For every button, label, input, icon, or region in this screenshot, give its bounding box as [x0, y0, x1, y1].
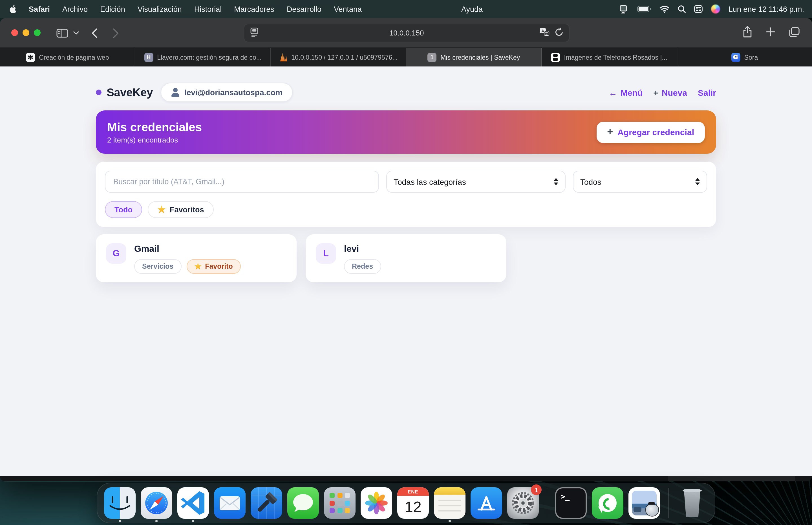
safari-toolbar: 10.0.0.150 A文: [0, 18, 812, 48]
menu-bar-clock[interactable]: Lun ene 12 11:46 p.m.: [728, 5, 804, 13]
whatsapp-icon: [598, 494, 617, 512]
tab-sora[interactable]: Sora: [677, 48, 812, 66]
dock-calendar[interactable]: ENE 12: [397, 487, 429, 519]
account-chip[interactable]: levi@doriansautospa.com: [161, 83, 293, 102]
svg-text:文: 文: [545, 31, 548, 35]
credential-title: levi: [344, 244, 381, 254]
dock-safari[interactable]: [141, 487, 172, 519]
menu-marcadores[interactable]: Marcadores: [234, 5, 274, 13]
sidebar-chevron-down-icon[interactable]: [73, 18, 79, 48]
dock-appstore[interactable]: [470, 487, 502, 519]
svg-text:A: A: [541, 28, 545, 33]
battery-icon[interactable]: [637, 6, 651, 12]
back-button[interactable]: [91, 18, 98, 48]
add-credential-button[interactable]: + Agregar credencial: [596, 121, 705, 143]
type-select[interactable]: Todos: [573, 171, 707, 193]
terminal-prompt: >_: [561, 492, 569, 518]
filter-favorites-pill[interactable]: Favoritos: [148, 201, 214, 218]
credential-card-gmail[interactable]: G Gmail Servicios Favorito: [96, 234, 296, 282]
tab-phpmyadmin[interactable]: 10.0.0.150 / 127.0.0.1 / u50979576...: [271, 48, 406, 66]
page-format-icon[interactable]: [250, 27, 258, 39]
spotlight-search-icon[interactable]: [678, 5, 686, 13]
left-arrow-icon: ←: [609, 88, 617, 97]
tab-strip: ✻ Creación de página web H Llavero.com: …: [0, 48, 812, 66]
dock-whatsapp[interactable]: [592, 487, 623, 519]
select-stepper-icon: [695, 178, 700, 185]
address-bar[interactable]: 10.0.0.150 A文: [244, 24, 569, 42]
tab-llavero[interactable]: H Llavero.com: gestión segura de co...: [135, 48, 271, 66]
logout-link[interactable]: Salir: [698, 88, 716, 97]
dock-notes[interactable]: [434, 487, 465, 519]
siri-icon[interactable]: [711, 4, 720, 14]
menu-safari[interactable]: Safari: [29, 5, 50, 13]
sidebar-toggle-icon[interactable]: [56, 18, 68, 48]
translate-icon[interactable]: A文: [539, 28, 550, 38]
dock-settings[interactable]: 1: [507, 487, 539, 519]
tab-savekey-active[interactable]: 1 Mis credenciales | SaveKey: [406, 48, 541, 66]
share-icon[interactable]: [743, 26, 752, 40]
new-credential-link[interactable]: + Nueva: [653, 88, 687, 97]
avatar: L: [316, 243, 336, 264]
calendar-month: ENE: [397, 487, 429, 496]
phpmyadmin-icon: [279, 53, 287, 61]
person-icon: [171, 88, 179, 97]
tab-overview-icon[interactable]: [789, 27, 800, 39]
new-tab-icon[interactable]: [766, 27, 775, 39]
menu-desarrollo[interactable]: Desarrollo: [287, 5, 321, 13]
menu-archivo[interactable]: Archivo: [62, 5, 88, 13]
filter-all-pill[interactable]: Todo: [105, 201, 142, 218]
dock-preview[interactable]: [628, 487, 660, 519]
credential-card-levi[interactable]: L levi Redes: [306, 234, 506, 282]
dock-messages[interactable]: [287, 487, 319, 519]
screen: Safari Archivo Edición Visualización His…: [0, 0, 812, 525]
control-center-icon[interactable]: [694, 5, 702, 13]
page-header: SaveKey levi@doriansautospa.com ← Menú +…: [96, 83, 716, 102]
category-tag: Servicios: [134, 259, 181, 274]
forward-button[interactable]: [113, 18, 119, 48]
notification-badge: 1: [531, 484, 541, 495]
dock-separator: [668, 488, 668, 518]
reload-icon[interactable]: [555, 27, 563, 39]
filter-card: Todas las categorías Todos Todo: [96, 162, 716, 227]
calendar-day: 12: [397, 496, 429, 519]
sora-icon: [731, 52, 740, 62]
wifi-icon[interactable]: [660, 5, 669, 13]
category-select[interactable]: Todas las categorías: [386, 171, 566, 193]
dock-mail[interactable]: [214, 487, 246, 519]
chatgpt-icon: ✻: [26, 52, 35, 62]
url-text: 10.0.0.150: [244, 29, 569, 37]
tab-imagenes[interactable]: Imágenes de Telefonos Rosados |...: [541, 48, 677, 66]
safari-window: 10.0.0.150 A文: [0, 18, 812, 482]
tab-chatgpt[interactable]: ✻ Creación de página web: [0, 48, 135, 66]
brand-title: SaveKey: [106, 86, 153, 99]
menu-visualizacion[interactable]: Visualización: [137, 5, 182, 13]
dock-trash[interactable]: [677, 487, 708, 519]
screen-mirroring-icon[interactable]: [619, 5, 629, 13]
star-icon: [194, 263, 202, 270]
window-bottom-edge: [0, 476, 812, 481]
menu-ventana[interactable]: Ventana: [334, 5, 362, 13]
close-window-button[interactable]: [11, 29, 18, 36]
dock-photos[interactable]: [361, 487, 392, 519]
dock-finder[interactable]: [104, 487, 135, 519]
avatar: G: [106, 243, 126, 264]
credential-title: Gmail: [134, 244, 241, 254]
menu-edicion[interactable]: Edición: [100, 5, 125, 13]
dock-xcode[interactable]: [251, 487, 282, 519]
dock-terminal[interactable]: >_: [555, 487, 587, 519]
macos-menu-bar: Safari Archivo Edición Visualización His…: [0, 0, 812, 18]
banner-subtitle: 2 item(s) encontrados: [107, 135, 202, 144]
search-input[interactable]: [105, 171, 379, 193]
menu-link[interactable]: ← Menú: [609, 88, 642, 97]
zoom-window-button[interactable]: [34, 29, 41, 36]
menu-ayuda[interactable]: Ayuda: [461, 5, 483, 13]
dock-vscode[interactable]: [177, 487, 209, 519]
select-stepper-icon: [554, 178, 558, 185]
menu-historial[interactable]: Historial: [194, 5, 222, 13]
account-email: levi@doriansautospa.com: [184, 88, 282, 97]
apple-logo-icon[interactable]: [9, 4, 17, 14]
dock-separator: [547, 488, 547, 518]
dock-launchpad[interactable]: [324, 487, 356, 519]
minimize-window-button[interactable]: [23, 29, 29, 36]
magnifier-loupe-icon: [646, 502, 658, 516]
